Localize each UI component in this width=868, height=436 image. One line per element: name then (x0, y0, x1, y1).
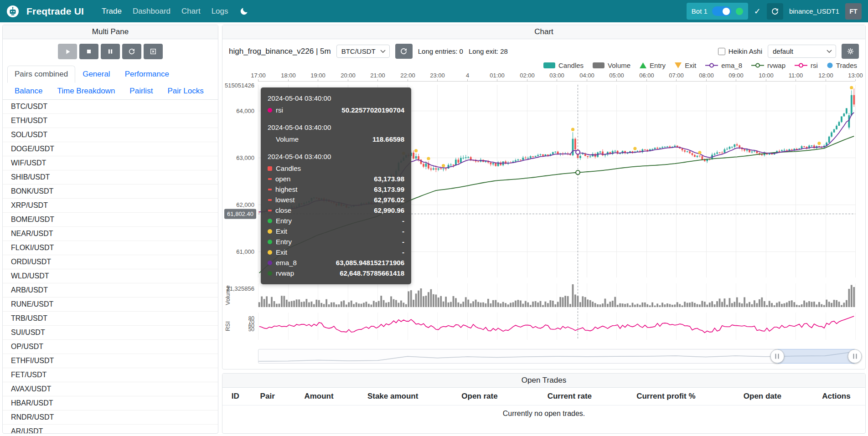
legend-item-trades[interactable]: Trades (827, 62, 857, 69)
pair-row[interactable]: AR/USDT (3, 425, 218, 433)
svg-text:04:00: 04:00 (579, 72, 594, 79)
tab-pair-locks[interactable]: Pair Locks (160, 82, 211, 100)
volume-legend-icon (593, 62, 604, 68)
heikin-ashi-checkbox[interactable] (718, 48, 725, 55)
pair-row[interactable]: NEAR/USDT (3, 227, 218, 241)
legend-item-entry[interactable]: Entry (640, 62, 666, 69)
tab-time-breakdown[interactable]: Time Breakdown (50, 82, 122, 100)
tab-general[interactable]: General (75, 66, 117, 83)
legend-item-rvwap[interactable]: rvwap (751, 62, 785, 69)
legend-item-candles[interactable]: Candles (543, 62, 584, 69)
plot-settings-button[interactable] (842, 44, 859, 59)
svg-text:03:00: 03:00 (549, 72, 564, 79)
pair-row[interactable]: BTC/USDT (3, 100, 218, 114)
svg-text:17:00: 17:00 (251, 72, 266, 79)
legend-item-volume[interactable]: Volume (593, 62, 630, 69)
svg-text:4: 4 (466, 72, 469, 79)
heikin-ashi-option: Heikin Ashi (718, 47, 762, 55)
column-header-current-rate: Current rate (525, 388, 615, 405)
pair-row[interactable]: FLOKI/USDT (3, 241, 218, 255)
nav-link-trade[interactable]: Trade (97, 4, 127, 19)
trades-legend-icon (827, 62, 833, 68)
bot-login-label: binance_USDT1 (789, 7, 839, 15)
pair-row[interactable]: SOL/USDT (3, 128, 218, 142)
pair-row[interactable]: BONK/USDT (3, 185, 218, 199)
empty-trades-message: Currently no open trades. (222, 405, 865, 422)
pair-row[interactable]: XRP/USDT (3, 199, 218, 213)
play-button[interactable] (58, 44, 77, 59)
datazoom-handle-left[interactable] (770, 349, 784, 364)
app-title: Freqtrade UI (26, 6, 84, 17)
pair-row[interactable]: WLD/USDT (3, 269, 218, 283)
candlestick-chart[interactable]: 17:0018:0019:0020:0021:0022:0023:00401:0… (222, 70, 865, 344)
pair-row[interactable]: HBAR/USDT (3, 396, 218, 410)
tab-balance[interactable]: Balance (7, 82, 50, 100)
stop-button[interactable] (79, 44, 98, 59)
bot-toggle[interactable] (712, 6, 731, 16)
legend-item-ema-8[interactable]: ema_8 (705, 62, 742, 69)
rsi-legend-icon (795, 62, 807, 68)
global-refresh-button[interactable] (767, 3, 783, 20)
plot-config-select[interactable]: default (768, 45, 836, 58)
svg-text:12:00: 12:00 (818, 72, 833, 79)
chart-plot-area[interactable]: 17:0018:0019:0020:0021:0022:0023:00401:0… (222, 70, 865, 344)
pair-row[interactable]: ARB/USDT (3, 283, 218, 298)
heikin-ashi-label: Heikin Ashi (728, 47, 762, 55)
pair-row[interactable]: RUNE/USDT (3, 298, 218, 312)
pair-select[interactable]: BTC/USDT (336, 45, 390, 58)
open-trades-panel: Open Trades IDPairAmountStake amountOpen… (222, 373, 866, 434)
datazoom-window[interactable] (777, 349, 855, 364)
nav-link-chart[interactable]: Chart (176, 4, 206, 19)
svg-text:23:00: 23:00 (430, 72, 445, 79)
svg-text:20:00: 20:00 (341, 72, 356, 79)
main-nav: TradeDashboardChartLogs (97, 4, 233, 19)
pair-row[interactable]: AVAX/USDT (3, 382, 218, 396)
pair-row[interactable]: SHIB/USDT (3, 170, 218, 185)
nav-link-dashboard[interactable]: Dashboard (128, 4, 176, 19)
svg-text:18:00: 18:00 (281, 72, 296, 79)
toggle-knob (723, 8, 730, 15)
svg-text:11:00: 11:00 (789, 72, 803, 79)
pair-row[interactable]: SUI/USDT (3, 326, 218, 340)
theme-toggle-icon[interactable] (240, 7, 248, 15)
legend-item-rsi[interactable]: rsi (795, 62, 818, 69)
tab-pairlist[interactable]: Pairlist (122, 82, 160, 100)
svg-text:06:00: 06:00 (639, 72, 654, 79)
pair-row[interactable]: FET/USDT (3, 368, 218, 382)
autorefresh-check-icon[interactable]: ✓ (754, 7, 761, 15)
datazoom-handle-right[interactable] (848, 349, 862, 364)
pair-row[interactable]: OP/USDT (3, 340, 218, 354)
strategy-label: high_frog_binance_v226 | 5m (229, 47, 331, 56)
legend-label: Exit (685, 62, 696, 69)
bot-selector[interactable]: Bot 1 (687, 3, 748, 20)
column-header-open-date: Open date (718, 388, 807, 405)
datazoom-slider[interactable] (258, 349, 855, 364)
open-trades-title: Open Trades (222, 374, 865, 388)
pair-row[interactable]: RNDR/USDT (3, 410, 218, 425)
reload-button[interactable] (122, 44, 141, 59)
avatar[interactable]: FT (845, 3, 862, 20)
pair-row[interactable]: TRB/USDT (3, 312, 218, 326)
multi-pane-title: Multi Pane (3, 25, 218, 39)
nav-link-logs[interactable]: Logs (207, 4, 233, 19)
svg-text:64,000: 64,000 (236, 108, 254, 114)
tab-pairs-combined[interactable]: Pairs combined (7, 66, 75, 83)
candles-legend-icon (543, 62, 555, 68)
pair-row[interactable]: ETHFI/USDT (3, 354, 218, 368)
chart-refresh-button[interactable] (395, 44, 413, 59)
pair-row[interactable]: BOME/USDT (3, 213, 218, 227)
legend-item-exit[interactable]: Exit (675, 62, 696, 69)
svg-text:05:00: 05:00 (609, 72, 624, 79)
column-header-id: ID (222, 388, 248, 405)
pair-row[interactable]: ETH/USDT (3, 114, 218, 128)
datazoom-sparkline (258, 349, 855, 363)
svg-text:61,000: 61,000 (236, 248, 254, 255)
pair-row[interactable]: WIF/USDT (3, 156, 218, 170)
legend-label: Trades (836, 62, 857, 69)
tab-performance[interactable]: Performance (118, 66, 176, 83)
open-trades-table: IDPairAmountStake amountOpen rateCurrent… (222, 388, 865, 422)
pause-button[interactable] (101, 44, 120, 59)
clear-log-button[interactable] (144, 44, 163, 59)
pair-row[interactable]: ORDI/USDT (3, 255, 218, 269)
pair-row[interactable]: DOGE/USDT (3, 142, 218, 156)
